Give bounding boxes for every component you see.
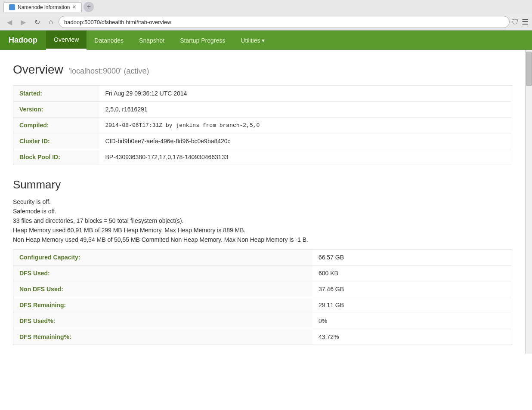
summary-row-label: Non DFS Used: [13,281,312,297]
summary-row-label: Configured Capacity: [13,250,312,265]
table-row: Configured Capacity:66,57 GB [13,250,512,265]
summary-title: Summary [13,178,512,191]
table-row: Compiled:2014-08-06T17:31Z by jenkins fr… [13,117,512,133]
overview-row-label: Started: [13,86,99,102]
scrollbar[interactable] [525,50,532,354]
summary-line: Non Heap Memory used 49,54 MB of 50,55 M… [13,236,512,243]
browser-tab[interactable]: Namenode information ✕ [3,2,82,12]
tab-favicon [9,4,15,10]
new-tab-button[interactable]: + [84,2,94,12]
table-row: Non DFS Used:37,46 GB [13,281,512,297]
overview-row-label: Version: [13,102,99,117]
summary-row-value: 29,11 GB [312,297,512,313]
summary-row-label: DFS Remaining: [13,297,312,313]
overview-row-value: BP-430936380-172,17,0,178-1409304663133 [99,149,512,165]
menu-icon[interactable]: ☰ [522,17,529,27]
summary-row-label: DFS Used: [13,265,312,281]
scrollbar-thumb[interactable] [526,52,532,86]
table-row: Version:2,5,0, r1616291 [13,102,512,117]
nav-item-datanodes[interactable]: Datanodes [87,31,131,50]
overview-row-value: CID-bd9b0ee7-aefa-496e-8d96-bc0e9ba8420c [99,133,512,149]
tab-title: Namenode information [18,4,70,10]
summary-row-value: 0% [312,313,512,329]
table-row: Cluster ID:CID-bd9b0ee7-aefa-496e-8d96-b… [13,133,512,149]
nav-item-startup-progress[interactable]: Startup Progress [172,31,233,50]
shield-icon: 🛡 [511,18,519,27]
overview-row-value: Fri Aug 29 09:36:12 UTC 2014 [99,86,512,102]
address-bar[interactable] [59,16,510,28]
page-title: Overview 'localhost:9000' (active) [13,63,512,77]
table-row: DFS Remaining:29,11 GB [13,297,512,313]
table-row: DFS Used%:0% [13,313,512,329]
summary-row-label: DFS Used%: [13,313,312,329]
back-button[interactable]: ◀ [3,16,15,28]
table-row: Started:Fri Aug 29 09:36:12 UTC 2014 [13,86,512,102]
main-content: Overview 'localhost:9000' (active) Start… [0,50,525,354]
tab-close-button[interactable]: ✕ [72,4,76,10]
overview-row-value: 2014-08-06T17:31Z by jenkins from branch… [99,117,512,133]
hadoop-navbar: Hadoop Overview Datanodes Snapshot Start… [0,31,532,50]
table-row: Block Pool ID:BP-430936380-172,17,0,178-… [13,149,512,165]
hadoop-brand: Hadoop [0,31,46,50]
summary-row-value: 600 KB [312,265,512,281]
summary-row-label: DFS Remaining%: [13,329,312,345]
overview-row-label: Compiled: [13,117,99,133]
reload-button[interactable]: ↻ [31,16,43,28]
table-row: DFS Used:600 KB [13,265,512,281]
summary-lines: Security is off.Safemode is off.33 files… [13,198,512,243]
overview-row-label: Block Pool ID: [13,149,99,165]
summary-table: Configured Capacity:66,57 GBDFS Used:600… [13,249,512,345]
nav-item-overview[interactable]: Overview [46,31,87,50]
summary-line: Safemode is off. [13,208,512,215]
overview-row-label: Cluster ID: [13,133,99,149]
overview-subtitle: 'localhost:9000' (active) [66,67,149,75]
summary-row-value: 66,57 GB [312,250,512,265]
home-button[interactable]: ⌂ [45,16,57,28]
table-row: DFS Remaining%:43,72% [13,329,512,345]
summary-line: Security is off. [13,198,512,205]
summary-row-value: 37,46 GB [312,281,512,297]
overview-table: Started:Fri Aug 29 09:36:12 UTC 2014Vers… [13,85,512,165]
nav-item-snapshot[interactable]: Snapshot [131,31,172,50]
summary-row-value: 43,72% [312,329,512,345]
summary-line: Heap Memory used 60,91 MB of 299 MB Heap… [13,227,512,234]
utilities-chevron-icon: ▾ [262,37,265,44]
summary-line: 33 files and directories, 17 blocks = 50… [13,217,512,224]
utilities-label: Utilities [241,37,260,44]
forward-button[interactable]: ▶ [17,16,29,28]
nav-item-utilities[interactable]: Utilities ▾ [233,31,272,50]
overview-row-value: 2,5,0, r1616291 [99,102,512,117]
